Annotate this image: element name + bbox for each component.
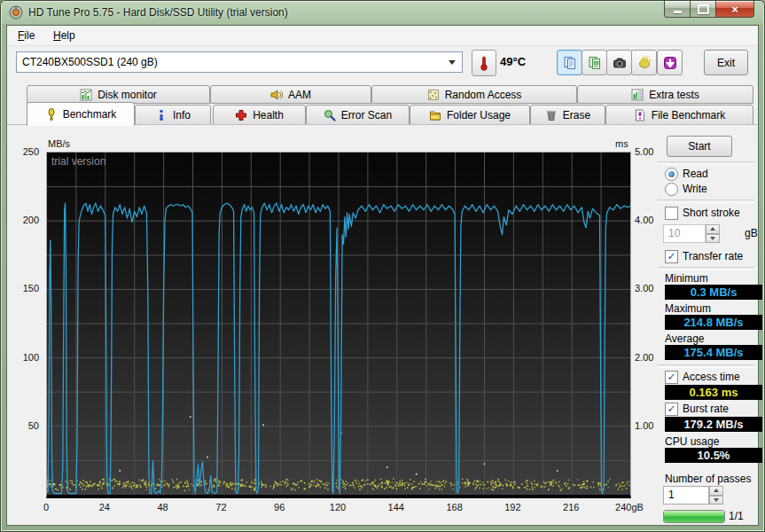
write-label: Write	[683, 183, 707, 195]
ms-axis-tick-label: 5.00	[635, 146, 653, 157]
title-bar[interactable]: HD Tune Pro 5.75 - Hard Disk/SSD Utility…	[0, 0, 765, 25]
client-area: File Help CT240BX500SSD1 (240 gB) 49°C	[6, 25, 759, 526]
arrow-up-icon	[714, 489, 719, 492]
donate-button[interactable]	[631, 50, 657, 75]
tab-info[interactable]: Info	[135, 105, 211, 125]
benchmark-panel: MB/s ms 25020015010050 5.004.003.002.001…	[7, 124, 758, 525]
y-axis-tick-label: 100	[14, 352, 39, 363]
transfer-rate-checkbox[interactable]: ✓	[665, 250, 678, 263]
tab-random-access[interactable]: Random Access	[371, 85, 577, 104]
start-button-label: Start	[688, 140, 710, 153]
passes-stepper[interactable]	[709, 486, 723, 505]
tab-file-benchmark[interactable]: File Benchmark	[605, 105, 753, 125]
passes-input[interactable]: 1	[663, 486, 709, 505]
x-axis-tick-label: 240gB	[615, 502, 644, 512]
burst-rate-value: 179.2 MB/s	[665, 417, 762, 432]
average-value: 175.4 MB/s	[665, 345, 762, 360]
folder-icon	[429, 109, 441, 121]
minimum-value: 0.3 MB/s	[665, 285, 762, 300]
maximize-icon	[698, 4, 709, 14]
ms-axis-tick-label: 4.00	[635, 215, 653, 225]
progress-fill	[664, 511, 724, 522]
tab-aam[interactable]: AAM	[210, 85, 371, 104]
x-axis-tick-label: 72	[215, 502, 226, 512]
tab-extra-tests[interactable]: Extra tests	[577, 85, 753, 104]
exit-button[interactable]: Exit	[704, 50, 748, 75]
chevron-down-icon	[449, 60, 456, 65]
tab-health[interactable]: Health	[213, 105, 306, 125]
read-label: Read	[683, 168, 708, 180]
disk-monitor-icon	[80, 89, 92, 101]
tab-benchmark[interactable]: Benchmark	[27, 102, 135, 126]
minimize-icon	[674, 11, 682, 13]
x-axis-tick-label: 48	[157, 502, 168, 512]
close-button[interactable]: ×	[716, 1, 754, 18]
maximize-button[interactable]	[691, 1, 716, 18]
short-stroke-checkbox[interactable]: ✓	[665, 207, 678, 220]
ms-axis-tick-label: 2.00	[635, 352, 653, 363]
copy-image-button[interactable]	[582, 50, 607, 75]
tab-erase[interactable]: Erase	[530, 105, 605, 125]
menu-help[interactable]: Help	[48, 28, 81, 43]
tab-disk-monitor[interactable]: Disk monitor	[27, 85, 210, 104]
stepper-down[interactable]	[709, 496, 723, 505]
trial-watermark: trial version	[51, 155, 105, 168]
write-radio[interactable]	[665, 183, 678, 196]
size-unit-label: gB	[745, 227, 758, 239]
tab-label: Extra tests	[649, 89, 699, 101]
access-time-value: 0.163 ms	[665, 385, 762, 400]
burst-rate-checkbox[interactable]: ✓	[665, 403, 678, 416]
pass-progress-bar	[663, 510, 725, 523]
average-label: Average	[665, 332, 704, 345]
separator	[658, 200, 754, 203]
pass-progress-label: 1/1	[729, 510, 744, 522]
ms-axis-tick-label: 3.00	[635, 283, 653, 293]
start-button[interactable]: Start	[667, 136, 732, 157]
short-stroke-size-stepper[interactable]	[706, 224, 720, 243]
maximum-value: 214.8 MB/s	[665, 315, 762, 330]
cpu-usage-label: CPU usage	[665, 435, 719, 448]
read-radio[interactable]	[665, 168, 678, 181]
update-button[interactable]	[657, 50, 683, 75]
passes-label: Number of passes	[665, 473, 751, 485]
cpu-usage-value: 10.5%	[665, 448, 762, 463]
y-axis-tick-label: 150	[14, 283, 39, 293]
copy-text-button[interactable]	[557, 50, 582, 75]
short-stroke-label: Short stroke	[683, 207, 740, 219]
minimize-button[interactable]	[664, 1, 691, 18]
drive-select-value: CT240BX500SSD1 (240 gB)	[22, 56, 158, 68]
access-time-checkbox[interactable]: ✓	[665, 371, 678, 384]
random-access-icon	[427, 89, 440, 101]
right-axis-unit-label: ms	[615, 138, 628, 149]
stepper-down[interactable]	[706, 234, 720, 244]
temperature-button[interactable]	[472, 50, 496, 76]
burst-rate-label: Burst rate	[683, 403, 729, 415]
update-arrow-icon	[663, 56, 677, 70]
stepper-up[interactable]	[709, 486, 723, 496]
x-axis-tick-label: 168	[446, 502, 462, 512]
copy-text-icon	[563, 56, 577, 70]
screenshot-button[interactable]	[606, 50, 632, 75]
tab-folder-usage[interactable]: Folder Usage	[410, 105, 530, 125]
exit-button-label: Exit	[717, 57, 735, 69]
menu-file[interactable]: File	[12, 28, 40, 43]
copy-image-icon	[588, 56, 602, 70]
drive-select[interactable]: CT240BX500SSD1 (240 gB)	[16, 51, 463, 73]
info-icon	[155, 109, 168, 121]
window-title: HD Tune Pro 5.75 - Hard Disk/SSD Utility…	[28, 6, 288, 19]
tab-error-scan[interactable]: Error Scan	[306, 105, 410, 125]
short-stroke-size-input[interactable]: 10	[663, 224, 706, 243]
tab-label: Erase	[563, 109, 590, 121]
tab-label: Info	[173, 109, 191, 121]
x-axis-tick-label: 24	[99, 502, 110, 512]
donate-hand-icon	[637, 56, 652, 70]
separator	[658, 267, 754, 270]
arrow-down-icon	[710, 237, 715, 240]
benchmark-chart	[46, 152, 631, 498]
tab-label: Random Access	[445, 89, 522, 101]
tab-label: Benchmark	[63, 108, 117, 121]
temperature-value: 49°C	[500, 55, 526, 68]
stepper-up[interactable]	[706, 224, 720, 234]
trash-icon	[545, 109, 558, 121]
tab-label: Folder Usage	[447, 109, 511, 121]
